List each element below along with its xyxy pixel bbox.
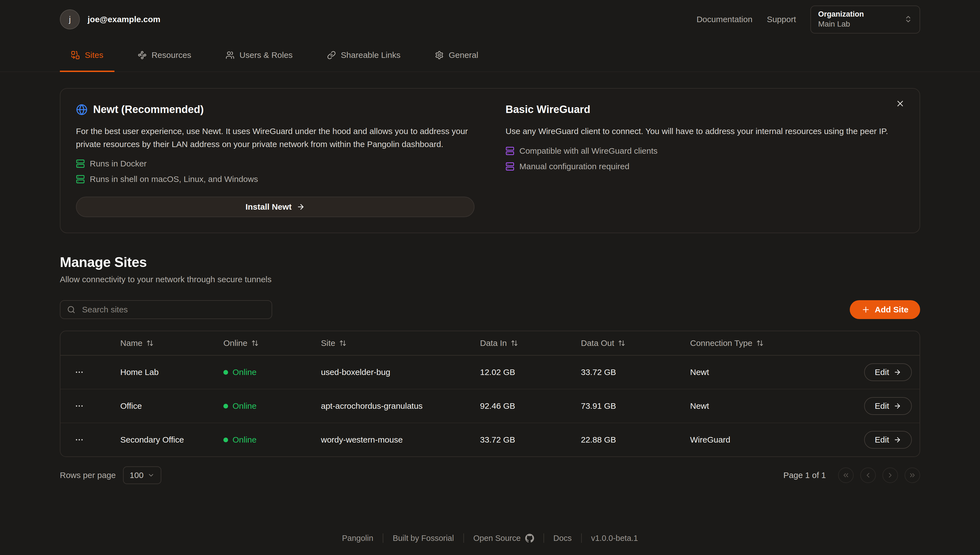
globe-icon bbox=[76, 104, 88, 115]
newt-features: Runs in Docker Runs in shell on macOS, L… bbox=[76, 159, 475, 184]
column-label: Name bbox=[120, 338, 142, 348]
feature-item: Manual configuration required bbox=[505, 162, 904, 171]
status-dot bbox=[224, 438, 228, 442]
gear-icon bbox=[435, 51, 444, 59]
sites-toolbar: Add Site bbox=[60, 300, 920, 319]
column-label: Data In bbox=[480, 338, 507, 348]
column-header-online[interactable]: Online bbox=[224, 338, 321, 348]
sort-icon bbox=[251, 340, 259, 347]
status-label: Online bbox=[233, 435, 257, 444]
edit-label: Edit bbox=[875, 435, 889, 444]
footer-divider bbox=[383, 533, 383, 543]
arrow-right-icon bbox=[893, 436, 901, 444]
column-header-name[interactable]: Name bbox=[120, 338, 224, 348]
page-title: Manage Sites bbox=[60, 254, 920, 270]
support-link[interactable]: Support bbox=[767, 15, 796, 24]
install-newt-button[interactable]: Install Newt bbox=[76, 197, 475, 217]
tab-users-roles[interactable]: Users & Roles bbox=[214, 39, 304, 71]
sort-icon bbox=[146, 340, 153, 347]
ellipsis-icon bbox=[74, 401, 84, 411]
documentation-link[interactable]: Documentation bbox=[697, 15, 753, 24]
row-menu-button[interactable] bbox=[72, 399, 86, 413]
tab-sites[interactable]: Sites bbox=[60, 39, 114, 71]
newt-section: Newt (Recommended) For the best user exp… bbox=[76, 104, 475, 217]
data-out-value: 33.72 GB bbox=[581, 367, 690, 377]
chevron-left-icon bbox=[864, 472, 872, 479]
waypoints-icon bbox=[138, 51, 146, 59]
data-in-value: 33.72 GB bbox=[480, 435, 581, 444]
previous-page-button[interactable] bbox=[860, 467, 876, 483]
actions-cell: Edit bbox=[864, 431, 912, 449]
chevron-down-icon bbox=[148, 472, 154, 479]
edit-button[interactable]: Edit bbox=[864, 363, 912, 381]
tab-label: Resources bbox=[151, 50, 191, 60]
site-name: Home Lab bbox=[120, 367, 224, 377]
column-label: Connection Type bbox=[690, 338, 753, 348]
install-newt-label: Install Newt bbox=[246, 202, 292, 212]
users-icon bbox=[225, 51, 235, 59]
feature-label: Runs in Docker bbox=[90, 159, 146, 168]
actions-cell: Edit bbox=[864, 397, 912, 415]
arrow-right-icon bbox=[893, 368, 901, 376]
column-header-connection-type[interactable]: Connection Type bbox=[690, 338, 823, 348]
next-page-button[interactable] bbox=[882, 467, 898, 483]
rows-per-page-value: 100 bbox=[130, 470, 143, 480]
rows-per-page-select[interactable]: 100 bbox=[123, 467, 161, 484]
wireguard-title: Basic WireGuard bbox=[505, 104, 591, 115]
wireguard-features: Compatible with all WireGuard clients Ma… bbox=[505, 146, 904, 171]
tab-general[interactable]: General bbox=[424, 39, 489, 71]
table-row: Home Lab Online used-boxelder-bug 12.02 … bbox=[60, 355, 920, 389]
tab-resources[interactable]: Resources bbox=[127, 39, 202, 71]
search-input[interactable] bbox=[60, 300, 272, 319]
edit-label: Edit bbox=[875, 367, 889, 377]
page-subtitle: Allow connectivity to your network throu… bbox=[60, 275, 920, 284]
sort-icon bbox=[511, 340, 518, 347]
organization-selector[interactable]: Organization Main Lab bbox=[810, 6, 920, 34]
avatar-initial: j bbox=[69, 15, 71, 24]
last-page-button[interactable] bbox=[904, 467, 920, 483]
server-icon bbox=[76, 175, 85, 184]
add-site-button[interactable]: Add Site bbox=[850, 300, 920, 319]
site-name: Office bbox=[120, 401, 224, 411]
data-in-value: 92.46 GB bbox=[480, 401, 581, 411]
status-badge: Online bbox=[224, 435, 321, 444]
tab-label: Sites bbox=[85, 50, 103, 60]
column-header-data-in[interactable]: Data In bbox=[480, 338, 581, 348]
newt-title-row: Newt (Recommended) bbox=[76, 104, 475, 115]
row-menu-button[interactable] bbox=[72, 433, 86, 446]
footer-built-by-link[interactable]: Built by Fossorial bbox=[393, 534, 454, 543]
tab-shareable-links[interactable]: Shareable Links bbox=[316, 39, 412, 71]
sort-icon bbox=[339, 340, 346, 347]
tab-label: General bbox=[449, 50, 478, 60]
feature-item: Compatible with all WireGuard clients bbox=[505, 146, 904, 156]
footer-docs-link[interactable]: Docs bbox=[554, 534, 572, 543]
status-badge: Online bbox=[224, 367, 321, 377]
newt-title: Newt (Recommended) bbox=[93, 104, 204, 115]
column-header-site[interactable]: Site bbox=[321, 338, 480, 348]
column-header-data-out[interactable]: Data Out bbox=[581, 338, 690, 348]
footer-brand-link[interactable]: Pangolin bbox=[342, 534, 373, 543]
pagination-bar: Rows per page 100 Page 1 of 1 bbox=[60, 467, 920, 484]
first-page-button[interactable] bbox=[838, 467, 854, 483]
edit-button[interactable]: Edit bbox=[864, 431, 912, 449]
column-label: Site bbox=[321, 338, 335, 348]
avatar[interactable]: j bbox=[60, 10, 80, 29]
close-banner-button[interactable] bbox=[894, 98, 906, 110]
connection-methods-card: Newt (Recommended) For the best user exp… bbox=[60, 88, 920, 233]
user-menu[interactable]: j joe@example.com bbox=[60, 10, 161, 29]
github-icon bbox=[525, 534, 534, 542]
newt-description: For the best user experience, use Newt. … bbox=[76, 125, 475, 151]
feature-item: Runs in Docker bbox=[76, 159, 475, 168]
footer-divider bbox=[581, 533, 582, 543]
status-label: Online bbox=[233, 367, 257, 377]
site-name: Secondary Office bbox=[120, 435, 224, 444]
organization-value: Main Lab bbox=[818, 20, 864, 29]
actions-cell: Edit bbox=[864, 363, 912, 381]
edit-button[interactable]: Edit bbox=[864, 397, 912, 415]
user-email[interactable]: joe@example.com bbox=[88, 15, 161, 24]
footer-divider bbox=[544, 533, 544, 543]
row-menu-button[interactable] bbox=[72, 366, 86, 379]
footer-open-source-link[interactable]: Open Source bbox=[473, 534, 534, 543]
tab-label: Users & Roles bbox=[240, 50, 293, 60]
column-label: Data Out bbox=[581, 338, 614, 348]
